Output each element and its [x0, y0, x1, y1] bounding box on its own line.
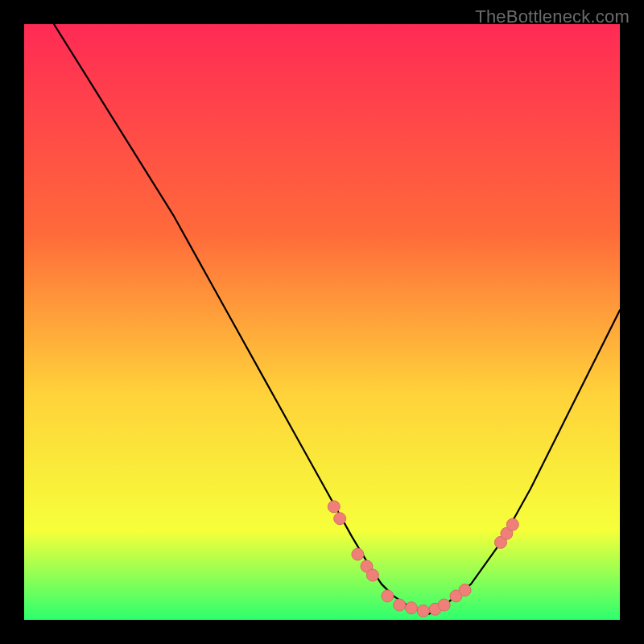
data-dot [352, 548, 364, 560]
data-dot [438, 599, 450, 611]
data-dot [334, 513, 346, 525]
plot-area [24, 24, 620, 620]
chart-frame: TheBottleneck.com [0, 0, 644, 644]
chart-svg [24, 24, 620, 620]
data-dot [406, 602, 418, 614]
data-dot [382, 590, 394, 602]
data-dot [366, 569, 378, 581]
data-dot [459, 584, 471, 597]
data-dot [417, 605, 429, 617]
data-dot [394, 599, 406, 611]
data-dot [506, 518, 518, 530]
gradient-bg [24, 24, 620, 620]
watermark-label: TheBottleneck.com [475, 6, 630, 27]
data-dot [328, 501, 340, 513]
